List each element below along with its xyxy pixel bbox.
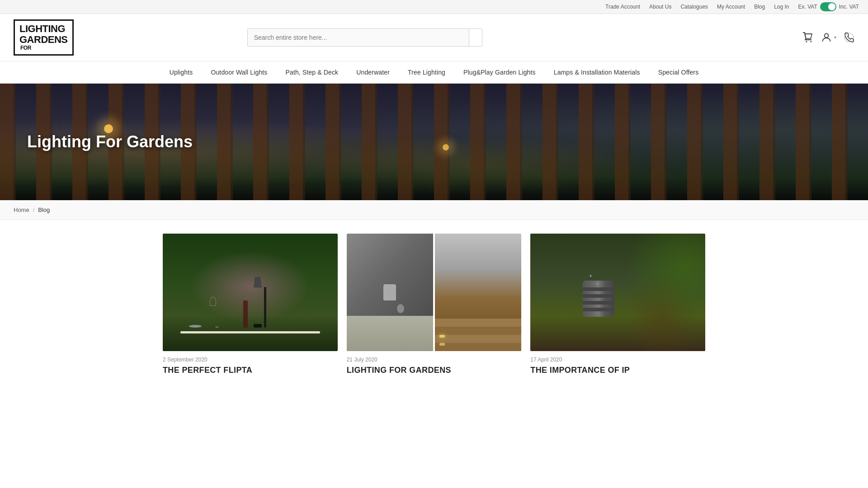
hero-content: Lighting For Gardens (0, 114, 220, 169)
hero-banner: Lighting For Gardens (0, 84, 868, 200)
nav-uplights[interactable]: Uplights (160, 61, 202, 83)
nav-path-step-deck[interactable]: Path, Step & Deck (276, 61, 347, 83)
my-account-link[interactable]: My Account (717, 4, 745, 10)
cart-icon (802, 32, 813, 43)
nav-lamps[interactable]: Lamps & Installation Materials (545, 61, 649, 83)
header-icons: ▾ (802, 32, 854, 43)
phone-icon (844, 32, 854, 43)
post-title-1: THE PERFECT FLIPTA (163, 366, 338, 375)
hero-light-2 (443, 144, 449, 150)
post-card-1[interactable]: 2 September 2020 THE PERFECT FLIPTA (163, 234, 338, 375)
blog-section: 2 September 2020 THE PERFECT FLIPTA (0, 220, 868, 398)
post-card-image-2 (347, 234, 522, 351)
vat-ex-label: Ex. VAT (798, 4, 817, 10)
account-icon (821, 32, 832, 43)
login-link[interactable]: Log In (774, 4, 789, 10)
search-button[interactable] (469, 29, 482, 46)
header: LIGHTING GARDENSFOR (0, 14, 868, 61)
logo-line2-text: GARDENS (19, 34, 68, 45)
cart-icon-button[interactable] (802, 32, 813, 43)
breadcrumb-separator: / (33, 206, 35, 213)
post-card-2[interactable]: 21 July 2020 LIGHTING FOR GARDENS (347, 234, 522, 375)
search-input[interactable] (248, 29, 469, 46)
hero-title: Lighting For Gardens (27, 132, 193, 151)
phone-icon-button[interactable] (844, 32, 854, 43)
post-date-1: 2 September 2020 (163, 357, 338, 363)
post-title-3: THE IMPORTANCE OF IP (530, 366, 705, 375)
nav-tree-lighting[interactable]: Tree Lighting (399, 61, 454, 83)
logo[interactable]: LIGHTING GARDENSFOR (14, 19, 74, 56)
nav-outdoor-wall[interactable]: Outdoor Wall Lights (202, 61, 276, 83)
trade-account-link[interactable]: Trade Account (605, 4, 640, 10)
top-bar: Trade Account About Us Catalogues My Acc… (0, 0, 868, 14)
account-button[interactable]: ▾ (821, 32, 836, 43)
logo-line2: GARDENSFOR (19, 34, 68, 51)
search-bar (247, 28, 482, 47)
account-chevron: ▾ (834, 35, 836, 40)
about-us-link[interactable]: About Us (649, 4, 671, 10)
post-title-2: LIGHTING FOR GARDENS (347, 366, 522, 375)
nav-special-offers[interactable]: Special Offers (649, 61, 708, 83)
vat-toggle: Ex. VAT Inc. VAT (798, 2, 859, 11)
post-date-3: 17 April 2020 (530, 357, 705, 363)
blog-posts-row: 2 September 2020 THE PERFECT FLIPTA (163, 234, 705, 375)
breadcrumb: Home / Blog (0, 200, 868, 220)
nav-plug-play[interactable]: Plug&Play Garden Lights (454, 61, 545, 83)
breadcrumb-current: Blog (38, 206, 50, 213)
main-nav: Uplights Outdoor Wall Lights Path, Step … (0, 61, 868, 84)
svg-point-3 (810, 41, 811, 42)
post-card-image-3 (530, 234, 705, 351)
blog-link[interactable]: Blog (754, 4, 765, 10)
catalogues-link[interactable]: Catalogues (680, 4, 708, 10)
vat-toggle-switch[interactable] (820, 2, 836, 11)
breadcrumb-home[interactable]: Home (14, 206, 29, 213)
post-date-2: 21 July 2020 (347, 357, 522, 363)
post-card-image-1 (163, 234, 338, 351)
logo-suffix: FOR (20, 45, 68, 51)
svg-point-4 (825, 33, 829, 38)
logo-line1: LIGHTING (19, 23, 68, 34)
nav-underwater[interactable]: Underwater (347, 61, 399, 83)
svg-point-2 (806, 41, 807, 42)
vat-inc-label: Inc. VAT (839, 4, 859, 10)
post-card-3[interactable]: 17 April 2020 THE IMPORTANCE OF IP (530, 234, 705, 375)
